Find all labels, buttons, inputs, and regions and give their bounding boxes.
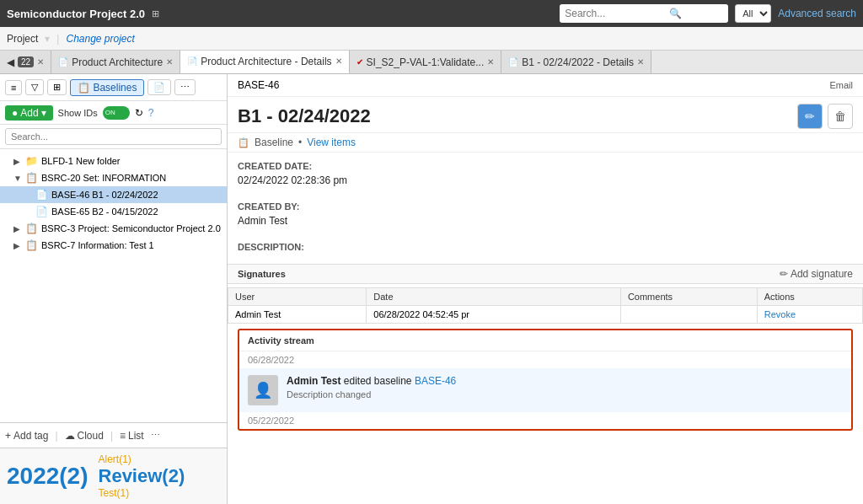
set-icon-5: 📋 — [25, 223, 38, 234]
revoke-link[interactable]: Revoke — [764, 309, 796, 319]
activity-stream-header: Activity stream — [239, 330, 851, 351]
back-icon: ◀ — [7, 56, 14, 68]
edit-button[interactable]: ✏ — [797, 104, 823, 129]
tab-close-0[interactable]: ✕ — [37, 57, 44, 67]
set-icon-2: 📋 — [25, 172, 38, 184]
tab-number: 22 — [18, 56, 34, 67]
left-search-row — [0, 125, 227, 149]
sig-comments — [620, 306, 757, 324]
baselines-button[interactable]: 📋 Baselines — [70, 79, 144, 96]
baseline-icon-3: 📄 — [35, 189, 48, 201]
search-icon: 🔍 — [669, 8, 682, 19]
detail-title-row: B1 - 02/24/2022 ✏ 🗑 — [228, 97, 863, 133]
tree-item-label-5: BSRC-3 Project: Semiconductor Project 2.… — [41, 223, 221, 233]
list-button[interactable]: ≡ List — [120, 430, 144, 442]
export-button[interactable]: 📄 — [147, 79, 171, 95]
list-view-button[interactable]: ≡ — [5, 80, 22, 95]
add-icon: ● — [12, 107, 18, 119]
expander-icon-2: ▼ — [13, 174, 22, 183]
tab-product-arch-details-label: Product Architecture - Details — [201, 56, 331, 67]
filter-button[interactable]: ▽ — [25, 79, 44, 95]
add-dropdown-icon: ▾ — [41, 107, 46, 119]
grid-button[interactable]: ⊞ — [47, 79, 67, 95]
delete-button[interactable]: 🗑 — [828, 104, 853, 129]
tab-b1-details[interactable]: 📄 B1 - 02/24/2022 - Details ✕ — [501, 51, 651, 74]
tab-product-architecture-details[interactable]: 📄 Product Architecture - Details ✕ — [180, 51, 349, 74]
top-bar: Semiconductor Project 2.0 ⊞ 🔍 All Advanc… — [0, 0, 863, 27]
tab-close-3[interactable]: ✕ — [487, 57, 494, 67]
search-bar: 🔍 — [560, 4, 728, 23]
created-date-value: 02/24/2022 02:28:36 pm — [238, 174, 853, 186]
tab-close-4[interactable]: ✕ — [637, 57, 644, 67]
search-input[interactable] — [565, 8, 666, 19]
right-panel: BASE-46 Email B1 - 02/24/2022 ✏ 🗑 📋 Base… — [228, 74, 863, 504]
activity-item-1: 👤 Admin Test edited baseline BASE-46 Des… — [239, 368, 851, 412]
page-icon-1: 📄 — [58, 57, 68, 67]
created-date-section: CREATED DATE: 02/24/2022 02:28:36 pm — [228, 153, 863, 201]
year-stat[interactable]: 2022(2) — [7, 463, 88, 490]
alert-stat[interactable]: Alert(1) — [99, 453, 185, 465]
created-by-value: Admin Test — [238, 215, 853, 227]
tree-item-base65[interactable]: 📄 BASE-65 B2 - 04/15/2022 — [0, 203, 227, 220]
left-toolbar-2: ● Add ▾ Show IDs ↻ ? — [0, 101, 227, 125]
stats-area: 2022(2) Alert(1) Review(2) Test(1) — [0, 448, 227, 504]
sig-date: 06/28/2022 04:52:45 pr — [367, 306, 621, 324]
dots-button[interactable]: ⋯ — [151, 430, 160, 441]
email-link[interactable]: Email — [829, 80, 853, 90]
activity-date-1: 06/28/2022 — [239, 351, 851, 368]
signature-row: Admin Test 06/28/2022 04:52:45 pr Revoke — [228, 306, 863, 324]
project-menu[interactable]: Project — [7, 33, 38, 45]
tree-item-blfd1[interactable]: ▶ 📁 BLFD-1 New folder — [0, 153, 227, 169]
view-items-link[interactable]: View items — [307, 137, 356, 148]
more-button[interactable]: ⋯ — [174, 79, 196, 95]
tab-validate[interactable]: ✔ SI_S2_P-VAL-1:Validate... ✕ — [350, 51, 502, 74]
tab-close-1[interactable]: ✕ — [166, 57, 173, 67]
tree-item-bsrc7[interactable]: ▶ 📋 BSRC-7 Information: Test 1 — [0, 237, 227, 254]
signatures-title: Signatures — [238, 269, 286, 279]
search-filter[interactable]: All — [735, 4, 771, 23]
second-bar: Project ▾ | Change project — [0, 27, 863, 51]
tab-back[interactable]: ◀ 22 ✕ — [0, 51, 51, 74]
detail-scroll-area: BASE-46 Email B1 - 02/24/2022 ✏ 🗑 📋 Base… — [228, 74, 863, 504]
review-stat[interactable]: Review(2) — [99, 465, 185, 487]
add-signature-button[interactable]: ✏ Add signature — [780, 268, 853, 280]
detail-header: BASE-46 Email — [228, 74, 863, 97]
col-user: User — [228, 288, 367, 306]
show-ids-toggle[interactable] — [103, 106, 130, 120]
activity-link[interactable]: BASE-46 — [415, 375, 456, 387]
created-by-section: CREATED BY: Admin Test — [228, 201, 863, 242]
add-tag-button[interactable]: + Add tag — [5, 430, 48, 442]
help-icon[interactable]: ? — [148, 107, 154, 119]
add-button[interactable]: ● Add ▾ — [5, 105, 53, 121]
col-comments: Comments — [620, 288, 757, 306]
tree-item-label: BLFD-1 New folder — [41, 156, 121, 166]
col-actions: Actions — [757, 288, 862, 306]
tree-item-bsrc3[interactable]: ▶ 📋 BSRC-3 Project: Semiconductor Projec… — [0, 220, 227, 237]
left-search-input[interactable] — [5, 128, 222, 145]
tree-item-label-2: BSRC-20 Set: INFORMATION — [41, 173, 166, 183]
tab-product-architecture[interactable]: 📄 Product Architecture ✕ — [51, 51, 180, 74]
tab-validate-label: SI_S2_P-VAL-1:Validate... — [367, 56, 485, 68]
tab-close-2[interactable]: ✕ — [335, 56, 342, 66]
cloud-button[interactable]: ☁ Cloud — [65, 430, 104, 442]
set-icon-6: 📋 — [25, 239, 38, 251]
tab-product-arch-label: Product Architecture — [72, 56, 163, 68]
page-icon-2: 📄 — [187, 56, 197, 66]
signatures-table: User Date Comments Actions Admin Test 06… — [228, 287, 863, 324]
change-project-link[interactable]: Change project — [66, 33, 134, 45]
test-stat[interactable]: Test(1) — [99, 487, 185, 499]
tree-item-bsrc20[interactable]: ▼ 📋 BSRC-20 Set: INFORMATION — [0, 169, 227, 186]
refresh-icon[interactable]: ↻ — [135, 107, 143, 119]
tabs-bar: ◀ 22 ✕ 📄 Product Architecture ✕ 📄 Produc… — [0, 51, 863, 74]
baseline-icon-4: 📄 — [35, 206, 48, 217]
sig-action: Revoke — [757, 306, 862, 324]
main-layout: ≡ ▽ ⊞ 📋 Baselines 📄 ⋯ ● Add ▾ Show IDs ↻… — [0, 74, 863, 504]
advanced-search-link[interactable]: Advanced search — [778, 8, 856, 19]
activity-action: edited baseline — [344, 375, 415, 387]
title-actions: ✏ 🗑 — [797, 104, 853, 129]
tree-item-label-4: BASE-65 B2 - 04/15/2022 — [51, 206, 158, 217]
tree-item-base46[interactable]: 📄 BASE-46 B1 - 02/24/2022 — [0, 186, 227, 203]
left-panel: ≡ ▽ ⊞ 📋 Baselines 📄 ⋯ ● Add ▾ Show IDs ↻… — [0, 74, 228, 504]
folder-icon: 📁 — [25, 155, 38, 167]
baseline-icon-btn: 📋 — [78, 82, 90, 94]
